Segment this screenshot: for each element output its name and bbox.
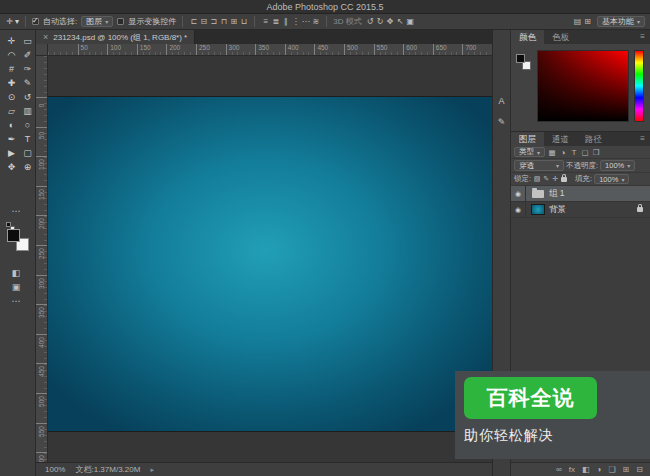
tool-preset-button[interactable]: ✛ ▾	[5, 16, 19, 28]
distribute-top-icon[interactable]: ≡	[261, 16, 270, 28]
align-left-icon[interactable]: ⊏	[189, 16, 198, 28]
layer-name[interactable]: 组 1	[549, 188, 565, 200]
lock-all-icon[interactable]	[561, 177, 567, 182]
type-tool[interactable]: T	[21, 133, 34, 145]
edit-toolbar-icon[interactable]: ⋯	[9, 206, 23, 216]
new-group-icon[interactable]: ❑	[608, 463, 615, 476]
distribute-spacing-icon[interactable]: ≋	[311, 16, 320, 28]
align-center-h-icon[interactable]: ⊟	[199, 16, 208, 28]
move-tool[interactable]: ✛	[5, 35, 18, 47]
align-bottom-icon[interactable]: ⊔	[239, 16, 248, 28]
layer-name[interactable]: 背景	[549, 204, 566, 216]
status-chevron-icon[interactable]: ▸	[150, 466, 154, 474]
lock-transparency-icon[interactable]: ▨	[533, 175, 541, 183]
gradient-tool[interactable]: ▥	[21, 105, 34, 117]
3d-roll-icon[interactable]: ↻	[376, 16, 385, 28]
hand-tool[interactable]: ✥	[5, 161, 18, 173]
title-bar[interactable]: Adobe Photoshop CC 2015.5	[0, 0, 650, 14]
brush-tool[interactable]: ✎	[21, 77, 34, 89]
lock-position-icon[interactable]: ✛	[551, 175, 559, 183]
align-top-icon[interactable]: ⊓	[219, 16, 228, 28]
eyedropper-tool[interactable]: ✑	[21, 63, 34, 75]
arrange-documents-icon[interactable]: ▤	[573, 16, 582, 28]
screen-mode-icon[interactable]: ▣	[9, 282, 23, 292]
zoom-level-field[interactable]: 100%	[45, 465, 65, 474]
history-brush-tool[interactable]: ↺	[21, 91, 34, 103]
tab-layers[interactable]: 图层	[511, 132, 544, 146]
zoom-tool[interactable]: ⊕	[21, 161, 34, 173]
lock-pixels-icon[interactable]: ✎	[542, 175, 550, 183]
tools-grid: ✛▭◠✐#✑✚✎⊙↺▱▥◐○✒T▶▢✥⊕	[0, 30, 35, 173]
path-selection-tool[interactable]: ▶	[5, 147, 18, 159]
visibility-eye-icon[interactable]: ◉	[511, 186, 526, 202]
hue-ramp[interactable]	[634, 50, 644, 122]
vertical-ruler[interactable]: 050100150200250300350400450500550600	[36, 56, 48, 462]
auto-select-checkbox[interactable]	[32, 18, 39, 25]
layer-row-group-1[interactable]: ◉ 组 1	[511, 186, 650, 202]
distribute-right-icon[interactable]: ⋯	[301, 16, 310, 28]
document-size-info[interactable]: 文档:1.37M/3.20M	[75, 464, 140, 475]
healing-brush-tool[interactable]: ✚	[5, 77, 18, 89]
eraser-tool[interactable]: ▱	[5, 105, 18, 117]
filter-smart-objects-icon[interactable]: ❒	[591, 148, 601, 157]
distribute-left-icon[interactable]: ⋮	[291, 16, 300, 28]
lasso-tool[interactable]: ◠	[5, 49, 18, 61]
filter-type-layers-icon[interactable]: T	[569, 148, 579, 157]
tab-paths[interactable]: 路径	[577, 132, 610, 146]
tab-channels[interactable]: 通道	[544, 132, 577, 146]
filter-adjustment-layers-icon[interactable]: ◑	[558, 148, 568, 157]
new-adjustment-layer-icon[interactable]: ◑	[597, 463, 602, 476]
rectangular-marquee-tool[interactable]: ▭	[21, 35, 34, 47]
ruler-corner[interactable]	[36, 44, 48, 56]
3d-rotate-icon[interactable]: ↺	[366, 16, 375, 28]
align-center-v-icon[interactable]: ⊞	[229, 16, 238, 28]
clone-stamp-tool[interactable]: ⊙	[5, 91, 18, 103]
opacity-field[interactable]: 100% ▾	[600, 160, 635, 171]
distribute-h-center-icon[interactable]: ∥	[281, 16, 290, 28]
panel-menu-icon[interactable]: ≡	[635, 30, 650, 44]
foreground-color-swatch[interactable]	[7, 229, 20, 242]
3d-slide-icon[interactable]: ↖	[396, 16, 405, 28]
workspace-switcher-dropdown[interactable]: 基本功能 ▾	[597, 16, 645, 27]
pen-tool[interactable]: ✒	[5, 133, 18, 145]
brush-settings-panel-icon[interactable]: ✎	[498, 117, 506, 127]
document-canvas[interactable]	[48, 97, 492, 431]
tab-color[interactable]: 颜色	[511, 30, 544, 44]
crop-tool[interactable]: #	[5, 63, 18, 75]
show-transform-label: 显示变换控件	[128, 16, 176, 27]
blend-mode-dropdown[interactable]: 穿透 ▾	[514, 160, 564, 171]
horizontal-ruler[interactable]: 5010015020025030035040045050055060065070…	[48, 44, 492, 56]
more-options-icon[interactable]: ⋯	[9, 296, 23, 306]
blur-tool[interactable]: ○	[21, 119, 34, 131]
delete-layer-icon[interactable]: ⊟	[636, 463, 643, 476]
auto-select-target-dropdown[interactable]: 图层 ▾	[81, 16, 113, 27]
close-tab-icon[interactable]: ×	[43, 30, 48, 44]
document-tab[interactable]: × 231234.psd @ 100% (组 1, RGB/8*) *	[36, 30, 195, 44]
quick-mask-icon[interactable]: ◧	[9, 268, 23, 278]
link-layers-icon[interactable]: ∞	[556, 463, 562, 476]
foreground-color-mini-swatch[interactable]	[516, 54, 525, 63]
tab-swatches[interactable]: 色板	[544, 30, 577, 44]
character-panel-icon[interactable]: A	[498, 96, 504, 106]
saturation-brightness-field[interactable]	[537, 50, 629, 122]
align-right-icon[interactable]: ⊐	[209, 16, 218, 28]
layer-thumbnail[interactable]	[531, 204, 545, 215]
new-layer-icon[interactable]: ⊞	[623, 463, 630, 476]
panel-menu-icon[interactable]: ≡	[635, 132, 650, 146]
filter-shape-layers-icon[interactable]: ▢	[580, 148, 590, 157]
3d-scale-icon[interactable]: ▣	[406, 16, 415, 28]
distribute-v-center-icon[interactable]: ≣	[271, 16, 280, 28]
3d-drag-icon[interactable]: ✥	[386, 16, 395, 28]
dodge-tool[interactable]: ◐	[5, 119, 18, 131]
show-transform-checkbox[interactable]	[117, 18, 124, 25]
shape-tool[interactable]: ▢	[21, 147, 34, 159]
filter-kind-dropdown[interactable]: 类型 ▾	[514, 147, 545, 157]
view-extras-icon[interactable]: ⊞	[583, 16, 592, 28]
layer-row-background[interactable]: ◉ 背景	[511, 202, 650, 218]
filter-pixel-layers-icon[interactable]: ▦	[547, 148, 557, 157]
visibility-eye-icon[interactable]: ◉	[511, 202, 526, 218]
layer-style-icon[interactable]: fx	[569, 463, 575, 476]
fill-field[interactable]: 100% ▾	[594, 174, 629, 184]
add-layer-mask-icon[interactable]: ◧	[582, 463, 590, 476]
quick-selection-tool[interactable]: ✐	[21, 49, 34, 61]
